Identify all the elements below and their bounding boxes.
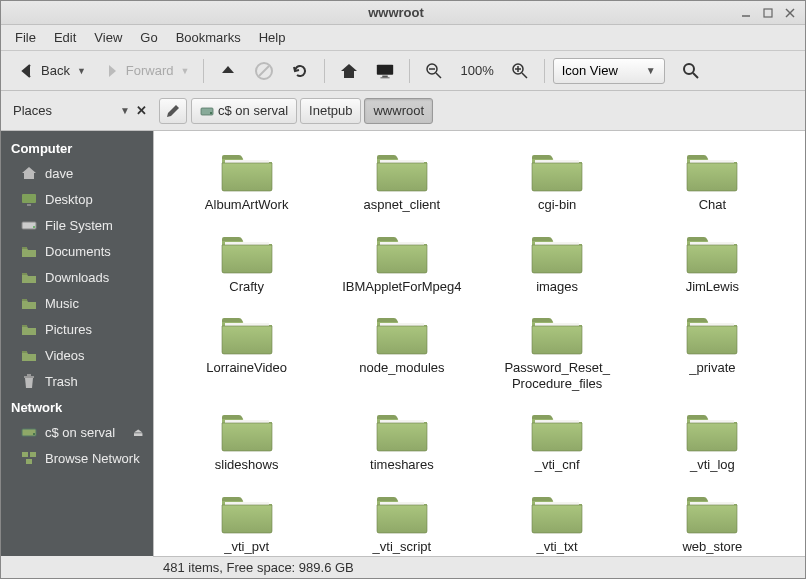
folder-item[interactable]: cgi-bin (485, 145, 630, 217)
folder-item[interactable]: Chat (640, 145, 785, 217)
breadcrumb-2[interactable]: wwwroot (364, 98, 433, 124)
svg-rect-43 (690, 242, 734, 245)
reload-icon (290, 61, 310, 81)
folder-item[interactable]: images (485, 227, 630, 299)
sidebar-item-label: Browse Network (45, 451, 140, 466)
folder-item[interactable]: AlbumArtWork (174, 145, 319, 217)
sidebar-item-c-on-serval[interactable]: c$ on serval⏏ (1, 419, 153, 445)
eject-icon[interactable]: ⏏ (133, 426, 143, 439)
titlebar: wwwroot (1, 1, 805, 25)
separator (203, 59, 204, 83)
zoom-out-icon (424, 61, 444, 81)
sidebar-item-music[interactable]: Music (1, 290, 153, 316)
file-label: Chat (699, 197, 726, 213)
folder-item[interactable]: web_​store (640, 487, 785, 556)
file-label: timeshares (370, 457, 434, 473)
up-button[interactable] (212, 57, 244, 85)
stop-button[interactable] (248, 57, 280, 85)
folder-item[interactable]: Crafty (174, 227, 319, 299)
arrow-right-icon (102, 61, 122, 81)
sidebar-item-desktop[interactable]: Desktop (1, 186, 153, 212)
menu-view[interactable]: View (86, 27, 130, 48)
close-icon[interactable]: ✕ (136, 103, 147, 118)
svg-rect-52 (225, 502, 269, 505)
breadcrumb-0[interactable]: c$ on serval (191, 98, 297, 124)
minimize-button[interactable] (739, 6, 753, 20)
sidebar-item-videos[interactable]: Videos (1, 342, 153, 368)
breadcrumb-1[interactable]: Inetpub (300, 98, 361, 124)
svg-rect-44 (225, 323, 269, 326)
menu-bookmarks[interactable]: Bookmarks (168, 27, 249, 48)
folder-icon (374, 491, 430, 535)
sidebar-item-trash[interactable]: Trash (1, 368, 153, 394)
folder-item[interactable]: _​vti_​script (329, 487, 474, 556)
home-button[interactable] (333, 57, 365, 85)
folder-item[interactable]: JimLewis (640, 227, 785, 299)
edit-path-button[interactable] (159, 98, 187, 124)
menu-edit[interactable]: Edit (46, 27, 84, 48)
folder-icon (529, 231, 585, 275)
back-button[interactable]: Back ▼ (11, 57, 92, 85)
file-label: _​vti_​log (690, 457, 735, 473)
svg-rect-45 (380, 323, 424, 326)
folder-item[interactable]: Password_​Reset_​Procedure_​files (485, 308, 630, 395)
computer-button[interactable] (369, 57, 401, 85)
search-button[interactable] (675, 57, 707, 85)
sidebar-item-file-system[interactable]: File System (1, 212, 153, 238)
folder-icon (21, 269, 37, 285)
svg-line-5 (259, 66, 269, 76)
svg-rect-55 (690, 502, 734, 505)
sidebar-item-dave[interactable]: dave (1, 160, 153, 186)
folder-item[interactable]: aspnet_​client (329, 145, 474, 217)
reload-button[interactable] (284, 57, 316, 85)
folder-item[interactable]: IBMAppletForMpeg4 (329, 227, 474, 299)
maximize-button[interactable] (761, 6, 775, 20)
svg-line-13 (522, 73, 527, 78)
folder-item[interactable]: _​private (640, 308, 785, 395)
folder-item[interactable]: _​vti_​txt (485, 487, 630, 556)
folder-icon (21, 243, 37, 259)
svg-rect-34 (30, 452, 36, 457)
sidebar-heading: Computer (1, 135, 153, 160)
svg-rect-40 (225, 242, 269, 245)
menu-go[interactable]: Go (132, 27, 165, 48)
file-label: LorraineVideo (206, 360, 287, 376)
folder-item[interactable]: slideshows (174, 405, 319, 477)
sidebar-item-browse-network[interactable]: Browse Network (1, 445, 153, 471)
folder-item[interactable]: _​vti_​cnf (485, 405, 630, 477)
sidebar-item-downloads[interactable]: Downloads (1, 264, 153, 290)
file-label: IBMAppletForMpeg4 (342, 279, 461, 295)
separator (544, 59, 545, 83)
desktop-icon (21, 191, 37, 207)
sidebar-item-pictures[interactable]: Pictures (1, 316, 153, 342)
zoom-out-button[interactable] (418, 57, 450, 85)
close-button[interactable] (783, 6, 797, 20)
folder-item[interactable]: LorraineVideo (174, 308, 319, 395)
view-mode-select[interactable]: Icon View ▼ (553, 58, 665, 84)
places-panel-header[interactable]: Places ▼ ✕ (5, 103, 155, 118)
svg-rect-42 (535, 242, 579, 245)
sidebar-item-label: File System (45, 218, 113, 233)
sidebar-item-documents[interactable]: Documents (1, 238, 153, 264)
trash-icon (21, 373, 37, 389)
svg-rect-30 (27, 374, 31, 376)
breadcrumbs: c$ on servalInetpubwwwroot (191, 98, 433, 124)
file-label: _​private (689, 360, 735, 376)
forward-button[interactable]: Forward ▼ (96, 57, 196, 85)
svg-rect-21 (27, 204, 31, 206)
file-label: _​vti_​cnf (535, 457, 580, 473)
menu-help[interactable]: Help (251, 27, 294, 48)
menu-file[interactable]: File (7, 27, 44, 48)
folder-icon (21, 321, 37, 337)
folder-item[interactable]: _​vti_​log (640, 405, 785, 477)
file-label: Crafty (229, 279, 264, 295)
svg-rect-54 (535, 502, 579, 505)
menubar: FileEditViewGoBookmarksHelp (1, 25, 805, 51)
file-label: AlbumArtWork (205, 197, 289, 213)
svg-rect-50 (535, 420, 579, 423)
folder-item[interactable]: timeshares (329, 405, 474, 477)
folder-item[interactable]: node_​modules (329, 308, 474, 395)
folder-item[interactable]: _​vti_​pvt (174, 487, 319, 556)
content-area[interactable]: AlbumArtWork aspnet_​client cgi-bin Chat… (153, 131, 805, 556)
zoom-in-button[interactable] (504, 57, 536, 85)
